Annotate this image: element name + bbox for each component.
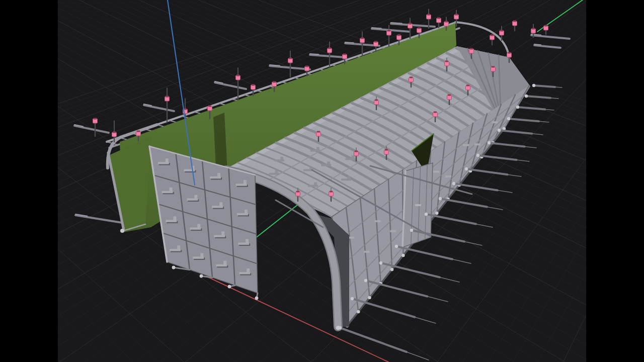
pink-marker-top — [385, 149, 388, 151]
pink-marker-top — [409, 23, 412, 25]
gate-boss-tab — [245, 210, 248, 214]
pink-marker-top — [361, 38, 364, 39]
gate-boss-tab — [223, 261, 226, 265]
pink-marker-top — [492, 66, 495, 68]
pink-marker-top — [500, 30, 503, 32]
wall-panel-boss — [375, 220, 381, 222]
stake-foot-ball — [379, 261, 382, 264]
pink-marker-top — [532, 28, 535, 30]
pink-marker-top — [445, 21, 448, 23]
roof-panel-boss — [309, 166, 312, 169]
pink-marker-top — [491, 35, 494, 36]
pink-marker-top — [330, 191, 333, 193]
gate-boss-tab — [247, 268, 250, 273]
gate-foot-ball — [255, 297, 259, 300]
wall-panel-boss — [390, 230, 396, 232]
3d-viewport[interactable] — [0, 0, 644, 362]
pink-marker-top — [387, 30, 390, 32]
pink-marker-top — [418, 28, 421, 29]
pink-marker-top — [355, 151, 358, 152]
gate-boss-tab — [197, 224, 200, 228]
pink-marker-top — [508, 52, 511, 54]
pink-marker-top — [94, 118, 97, 120]
pink-marker-top — [374, 41, 377, 43]
pink-marker-top — [455, 14, 458, 16]
gate-boss-tab — [221, 231, 224, 235]
wall-panel-boss — [474, 143, 480, 145]
ground-stake-tip — [555, 87, 562, 87]
pink-marker-top — [328, 48, 331, 49]
pink-marker-top — [208, 106, 211, 107]
wall-panel-boss — [433, 171, 439, 173]
gate-boss-tab — [217, 173, 220, 177]
gate-boss-tab — [170, 188, 173, 192]
pink-marker-top — [289, 58, 292, 59]
wall-panel-boss — [463, 144, 469, 146]
gate-boss-tab — [244, 180, 247, 184]
gate-boss-tab — [246, 239, 249, 243]
cross-arm-highlight — [310, 54, 319, 54]
pink-marker-top — [236, 75, 239, 76]
pink-marker-top — [445, 61, 448, 62]
pink-marker-top — [544, 25, 547, 27]
door-handle — [415, 204, 421, 206]
stake-foot-ball — [516, 106, 519, 109]
stake-foot-ball — [410, 229, 413, 232]
letterbox-right — [586, 0, 644, 362]
pink-marker-top — [343, 54, 346, 55]
pink-marker-top — [113, 132, 116, 133]
stake-foot-ball — [452, 182, 455, 185]
foot-ball — [120, 229, 124, 233]
pink-marker-top — [166, 96, 169, 98]
pink-marker-top — [470, 48, 473, 50]
pink-marker-top — [437, 18, 440, 19]
gate-boss-tab — [166, 158, 169, 162]
pink-marker-top — [434, 112, 437, 113]
cross-arm-highlight — [534, 44, 541, 45]
wall-panel-boss — [364, 251, 370, 253]
roof-panel-boss — [316, 147, 319, 150]
roof-panel-boss — [275, 170, 278, 173]
wall-foot-ball — [435, 212, 438, 215]
pink-marker-top — [296, 191, 299, 193]
pink-marker-top — [410, 77, 413, 78]
stake-foot-ball — [351, 297, 354, 300]
wall-foot-ball — [368, 296, 371, 299]
pink-marker-top — [375, 100, 378, 101]
wall-foot-ball — [401, 254, 405, 257]
pink-marker-top — [273, 81, 276, 83]
gate-boss-tab — [173, 216, 176, 220]
wall-panel-boss — [445, 175, 451, 177]
pink-marker-top — [305, 66, 308, 67]
stake-foot-ball — [498, 129, 501, 132]
stake-foot-ball — [476, 154, 479, 157]
foot-ball — [336, 326, 340, 330]
roof-panel-boss — [280, 157, 283, 160]
roof-panel-boss — [314, 183, 317, 186]
letterbox-left — [0, 0, 58, 362]
stake-foot-ball — [465, 167, 468, 170]
wall-foot-ball — [390, 268, 393, 271]
pink-marker-top — [427, 14, 430, 16]
stake-foot-ball — [532, 84, 535, 87]
gate-boss-tab — [177, 245, 180, 249]
pink-marker-top — [513, 21, 516, 22]
pink-marker-top — [448, 95, 451, 96]
pink-marker-top — [317, 131, 320, 133]
roof-panel-boss — [327, 161, 330, 164]
gate-boss-tab — [219, 202, 222, 206]
gate-foot-ball — [172, 266, 176, 269]
gate-foot-ball — [200, 275, 203, 278]
stake-foot-ball — [395, 245, 398, 248]
roof-panel-boss — [347, 176, 350, 179]
gate-foot-ball — [228, 285, 231, 289]
cross-arm-highlight — [345, 42, 354, 43]
pink-marker-top — [252, 84, 255, 86]
pink-marker-top — [397, 35, 400, 36]
gate-boss-tab — [200, 253, 203, 257]
pink-marker-top — [137, 131, 140, 132]
stake-foot-ball — [507, 117, 510, 120]
wall-foot-ball — [357, 310, 360, 313]
stake-foot-ball — [425, 213, 428, 216]
wall-panel-boss — [348, 237, 354, 239]
